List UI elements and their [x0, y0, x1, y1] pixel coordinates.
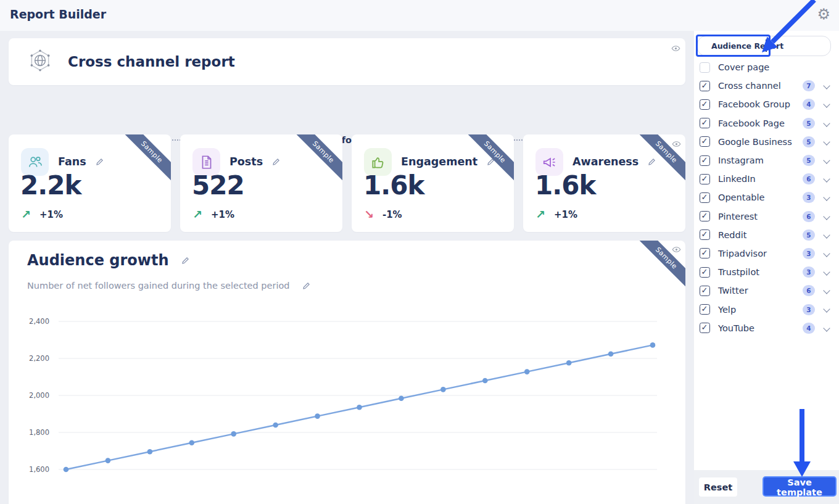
sidebar-item-twitter[interactable]: Twitter 6 [694, 281, 839, 300]
channel-label: YouTube [718, 323, 754, 333]
stat-value: 1.6k [535, 170, 595, 200]
channel-label: Google Business [718, 137, 792, 147]
count-badge: 4 [803, 99, 815, 110]
channel-label: Trustpilot [718, 267, 759, 277]
chevron-down-icon[interactable] [823, 231, 830, 238]
chevron-down-icon[interactable] [823, 268, 830, 275]
audience-growth-chart: 2,4002,2002,0001,8001,600 [9, 315, 666, 479]
chevron-down-icon[interactable] [823, 101, 830, 108]
chevron-down-icon[interactable] [823, 250, 830, 257]
cross-channel-report-card: Cross channel report [9, 38, 685, 85]
sidebar-item-facebook-page[interactable]: Facebook Page 5 [694, 114, 839, 133]
count-badge: 3 [803, 266, 815, 278]
stat-value: 522 [192, 170, 244, 200]
channel-label: Instagram [718, 155, 764, 165]
checkbox-checked-icon[interactable] [700, 192, 710, 203]
chevron-down-icon[interactable] [823, 306, 830, 313]
edit-pencil-icon[interactable] [96, 158, 104, 166]
checkbox-checked-icon[interactable] [700, 174, 710, 184]
checkbox-checked-icon[interactable] [700, 136, 710, 147]
checkbox-checked-icon[interactable] [700, 267, 710, 278]
count-badge: 5 [803, 136, 815, 147]
count-badge: 7 [803, 80, 815, 91]
checkbox-checked-icon[interactable] [700, 155, 710, 166]
text-cursor [766, 39, 767, 52]
sidebar-item-cross-channel[interactable]: Cross channel 7 [694, 76, 839, 95]
checkbox-checked-icon[interactable] [700, 81, 710, 91]
channel-label: Pinterest [718, 212, 758, 221]
trend-up-icon: ↗ [21, 209, 31, 220]
count-badge: 3 [803, 248, 815, 259]
chevron-down-icon[interactable] [823, 213, 830, 220]
sidebar-item-trustpilot[interactable]: Trustpilot 3 [694, 263, 839, 281]
stat-value: 1.6k [363, 170, 424, 200]
stat-label: Awareness [572, 155, 639, 168]
chevron-down-icon[interactable] [823, 175, 830, 182]
channel-list: Cover page Cross channel 7 Facebook Grou… [694, 58, 839, 337]
sample-ribbon: Sample [462, 134, 514, 186]
sidebar-item-tripadvisor[interactable]: Tripadvisor 3 [694, 244, 839, 263]
checkbox-checked-icon[interactable] [700, 286, 710, 296]
checkbox-checked-icon[interactable] [700, 304, 710, 315]
edit-pencil-icon[interactable] [181, 257, 189, 265]
count-badge: 5 [803, 155, 815, 166]
sidebar-item-cover-page[interactable]: Cover page [694, 58, 839, 76]
channel-label: Twitter [718, 286, 748, 295]
eye-icon[interactable] [669, 42, 682, 54]
count-badge: 6 [803, 285, 815, 296]
chevron-down-icon[interactable] [823, 324, 830, 331]
chevron-down-icon[interactable] [823, 157, 830, 163]
stat-label: Fans [58, 155, 86, 168]
count-badge: 5 [803, 118, 815, 129]
checkbox-unchecked-icon[interactable] [700, 62, 710, 73]
channel-label: Cover page [718, 62, 769, 72]
trend-down-icon: ↘ [364, 209, 374, 220]
checkbox-checked-icon[interactable] [700, 118, 710, 128]
sidebar-item-linkedin[interactable]: LinkedIn 6 [694, 170, 839, 188]
template-name-input[interactable] [697, 36, 831, 56]
eye-icon[interactable] [670, 138, 682, 150]
trend-value: +1% [554, 209, 577, 220]
svg-text:1,800: 1,800 [29, 428, 49, 437]
checkbox-checked-icon[interactable] [700, 229, 710, 240]
sample-ribbon: Sample [291, 134, 342, 186]
gear-icon[interactable]: ⚙ [817, 6, 830, 23]
edit-pencil-icon[interactable] [272, 158, 280, 166]
checkbox-checked-icon[interactable] [700, 99, 710, 110]
chevron-down-icon[interactable] [823, 194, 830, 201]
chevron-down-icon[interactable] [823, 287, 830, 294]
count-badge: 6 [803, 211, 815, 222]
sidebar-item-yelp[interactable]: Yelp 3 [694, 300, 839, 318]
stat-card-posts: Posts 522 ↗ +1% Sample [180, 134, 342, 232]
report-canvas: Cross channel report Add additional text… [0, 31, 694, 504]
reset-button[interactable]: Reset [699, 477, 737, 497]
sidebar-item-pinterest[interactable]: Pinterest 6 [694, 207, 839, 226]
stat-card-engagement: Engagement 1.6k ↘ -1% Sample [352, 134, 514, 232]
chevron-down-icon[interactable] [823, 138, 830, 145]
sidebar-item-opentable[interactable]: Opentable 3 [694, 188, 839, 207]
trend-value: +1% [39, 209, 63, 220]
sidebar-item-google-business[interactable]: Google Business 5 [694, 133, 839, 151]
edit-pencil-icon[interactable] [302, 282, 310, 290]
sidebar-item-facebook-group[interactable]: Facebook Group 4 [694, 95, 839, 114]
svg-text:2,200: 2,200 [29, 354, 49, 363]
sidebar-footer: Reset Save template [694, 470, 839, 504]
stat-label: Posts [229, 155, 263, 168]
save-template-button[interactable]: Save template [763, 476, 837, 497]
checkbox-checked-icon[interactable] [700, 211, 710, 221]
eye-icon[interactable] [670, 243, 682, 255]
svg-text:1,600: 1,600 [29, 465, 49, 474]
sidebar-item-instagram[interactable]: Instagram 5 [694, 151, 839, 170]
stat-value: 2.2k [20, 170, 81, 200]
report-settings-sidebar: Cover page Cross channel 7 Facebook Grou… [694, 31, 839, 504]
chevron-down-icon[interactable] [823, 83, 830, 89]
chevron-down-icon[interactable] [823, 120, 830, 126]
sidebar-item-youtube[interactable]: YouTube 4 [694, 319, 839, 337]
checkbox-checked-icon[interactable] [700, 323, 710, 333]
checkbox-checked-icon[interactable] [700, 248, 710, 258]
trend-up-icon: ↗ [192, 209, 202, 220]
sidebar-item-reddit[interactable]: Reddit 5 [694, 226, 839, 244]
sample-ribbon: Sample [119, 134, 171, 186]
app-header: Report Builder ⚙ [0, 0, 839, 31]
globe-network-icon [27, 48, 53, 76]
